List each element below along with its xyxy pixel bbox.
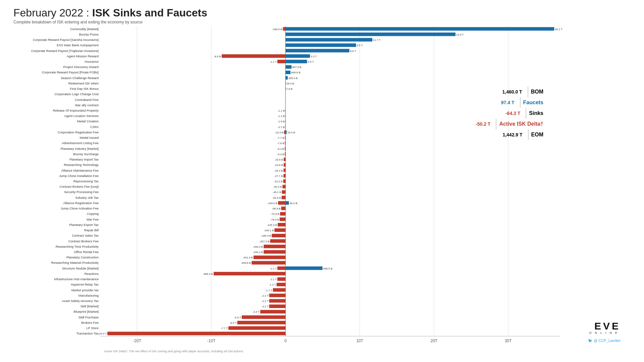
svg-rect-28 xyxy=(285,49,349,53)
svg-rect-109 xyxy=(282,196,286,199)
svg-rect-59 xyxy=(285,109,286,112)
svg-text:Bounty Prizes: Bounty Prizes xyxy=(79,33,99,36)
sinks-val: -64.3 T xyxy=(487,109,520,118)
svg-rect-144 xyxy=(254,255,285,259)
svg-text:Office Rental Fee: Office Rental Fee xyxy=(74,250,99,254)
svg-text:Market provider tax: Market provider tax xyxy=(71,288,99,292)
svg-rect-79 xyxy=(285,141,285,145)
svg-text:-7.7 T: -7.7 T xyxy=(221,327,228,330)
eve-logo-text: EVE xyxy=(589,320,621,332)
svg-text:-105.2 B: -105.2 B xyxy=(267,224,277,227)
bom-val: 1,460.0 T xyxy=(489,87,522,97)
svg-text:-27.7 B: -27.7 B xyxy=(274,175,283,178)
svg-text:Commodity [Market]: Commodity [Market] xyxy=(70,27,99,31)
svg-text:22.9 T: 22.9 T xyxy=(456,33,464,36)
svg-text:0: 0 xyxy=(284,339,287,343)
svg-rect-167 xyxy=(269,294,286,297)
svg-text:-968.4 B: -968.4 B xyxy=(203,273,213,276)
title-prefix: February 2022 : xyxy=(13,7,92,19)
svg-rect-71 xyxy=(284,130,285,134)
svg-text:First Day ISK Bonus: First Day ISK Bonus xyxy=(70,87,99,90)
svg-text:-58.9 B: -58.9 B xyxy=(272,207,280,210)
svg-rect-16 xyxy=(285,27,554,31)
svg-text:Reprocessing Tax: Reprocessing Tax xyxy=(73,179,99,183)
svg-text:-294.2 B: -294.2 B xyxy=(253,251,263,254)
svg-text:Asset Safety recovery Tax: Asset Safety recovery Tax xyxy=(62,299,99,303)
svg-rect-65 xyxy=(285,120,286,123)
svg-rect-53 xyxy=(285,87,286,90)
svg-text:Blueprint [Market]: Blueprint [Market] xyxy=(74,310,99,313)
svg-text:-26.2 B: -26.2 B xyxy=(274,169,283,172)
svg-text:Contraband Fine: Contraband Fine xyxy=(75,98,99,102)
svg-rect-100 xyxy=(283,179,285,183)
svg-text:-2.7 B: -2.7 B xyxy=(277,126,284,129)
svg-text:-19.4 B: -19.4 B xyxy=(275,131,283,134)
svg-text:-24.8 B: -24.8 B xyxy=(274,164,283,167)
svg-text:Contract Brokers Fee [corp]: Contract Brokers Fee [corp] xyxy=(59,185,99,188)
svg-text:Release Of Impounded Property: Release Of Impounded Property xyxy=(53,109,99,112)
svg-text:-149.1 B: -149.1 B xyxy=(264,229,274,232)
svg-text:Industry Job Tax: Industry Job Tax xyxy=(75,196,99,199)
svg-rect-76 xyxy=(285,136,286,139)
svg-text:3.3 T: 3.3 T xyxy=(311,55,317,58)
svg-rect-185 xyxy=(228,326,285,330)
svg-text:Medal Issued: Medal Issued xyxy=(79,136,99,139)
faucets-row: 97.4 T Faucets xyxy=(457,97,543,108)
faucets-label: Faucets xyxy=(520,97,543,108)
svg-rect-129 xyxy=(274,228,285,232)
svg-text:Jump Clone Activation Fee: Jump Clone Activation Fee xyxy=(61,206,99,210)
svg-text:Agent Mission Reward: Agent Mission Reward xyxy=(67,54,99,58)
svg-text:-5.9 T: -5.9 T xyxy=(234,316,241,319)
svg-text:-2.2 T: -2.2 T xyxy=(262,305,269,308)
svg-text:15.5 B: 15.5 B xyxy=(287,131,295,134)
svg-rect-173 xyxy=(269,304,286,308)
svg-rect-117 xyxy=(281,206,285,210)
svg-text:Alliance Registration Fee: Alliance Registration Fee xyxy=(63,201,99,205)
svg-text:669.6 B: 669.6 B xyxy=(291,71,301,74)
svg-text:-3.4 T: -3.4 T xyxy=(253,310,260,313)
svg-text:Researching Time Productivity: Researching Time Productivity xyxy=(56,245,99,248)
faucets-val: 97.4 T xyxy=(481,98,515,107)
eve-logo: EVE ONLINE xyxy=(589,320,621,335)
svg-text:-8.6 B: -8.6 B xyxy=(214,55,221,58)
svg-rect-91 xyxy=(284,163,285,167)
svg-text:-7.8 B: -7.8 B xyxy=(277,142,284,145)
svg-text:Contract Brokers Fee: Contract Brokers Fee xyxy=(68,239,99,243)
svg-text:-40.3 B: -40.3 B xyxy=(273,185,282,188)
svg-text:Reactions: Reactions xyxy=(85,272,99,276)
svg-text:War Fee: War Fee xyxy=(87,218,99,221)
svg-text:20T: 20T xyxy=(430,339,437,343)
delta-row: -50.2 T Active ISK Delta† xyxy=(457,119,543,129)
twitter-handle: @ CCP_Larrikin xyxy=(594,339,621,343)
svg-text:-24.0 T: -24.0 T xyxy=(98,332,107,335)
svg-rect-31 xyxy=(222,54,285,58)
delta-label: Active ISK Delta† xyxy=(496,119,543,129)
svg-text:498.5 B: 498.5 B xyxy=(323,267,333,270)
svg-rect-22 xyxy=(285,38,372,42)
footnote: Active ISK Delta†: The net effect of ISK… xyxy=(104,350,530,353)
svg-rect-25 xyxy=(285,44,356,47)
eom-row: 1,442.9 T EOM xyxy=(457,129,543,140)
svg-text:Infrastructure Hub maintenance: Infrastructure Hub maintenance xyxy=(54,277,99,281)
svg-rect-85 xyxy=(285,152,285,156)
svg-text:-20T: -20T xyxy=(133,339,141,343)
svg-text:Skill Purchase: Skill Purchase xyxy=(78,315,99,319)
svg-rect-138 xyxy=(264,245,285,248)
svg-rect-73 xyxy=(285,130,286,134)
svg-text:Corporate Reward Payout [Pirat: Corporate Reward Payout [Pirate FOBs] xyxy=(42,70,99,74)
svg-rect-68 xyxy=(285,125,286,129)
subtitle: Complete breakdown of ISK entering and e… xyxy=(13,20,631,24)
bom-row: 1,460.0 T BOM xyxy=(457,86,543,97)
svg-rect-62 xyxy=(285,114,286,118)
svg-rect-106 xyxy=(282,190,285,194)
svg-text:-1.1 T: -1.1 T xyxy=(270,60,277,63)
svg-rect-182 xyxy=(237,321,285,324)
svg-text:Security Processing Fee: Security Processing Fee xyxy=(64,190,99,194)
svg-text:Brokers Fee: Brokers Fee xyxy=(81,321,99,324)
stats-box: 1,460.0 T BOM 97.4 T Faucets -64.3 T Sin… xyxy=(457,86,543,140)
svg-rect-164 xyxy=(273,288,286,292)
svg-text:-1.1 T: -1.1 T xyxy=(270,278,277,281)
svg-text:10T: 10T xyxy=(356,339,363,343)
svg-rect-126 xyxy=(278,223,285,227)
svg-text:Advertisement Listing Fee: Advertisement Listing Fee xyxy=(62,141,99,145)
